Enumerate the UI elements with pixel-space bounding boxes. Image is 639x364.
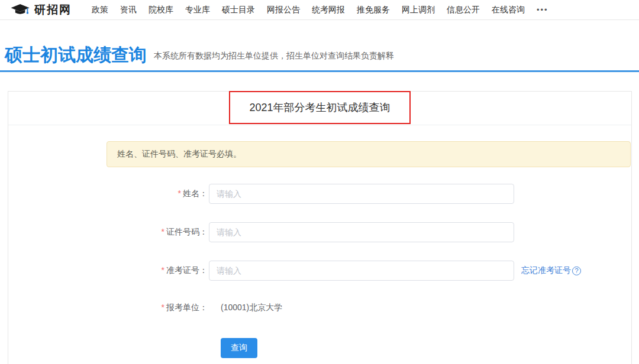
apply-unit-value: (10001)北京大学 (221, 303, 282, 313)
query-card: 2021年部分考生初试成绩查询 姓名、证件号码、准考证号必填。 *姓名： *证件… (8, 91, 632, 364)
nav-item-news[interactable]: 资讯 (120, 5, 137, 15)
name-input[interactable] (209, 184, 514, 204)
id-number-label-text: 证件号码： (166, 227, 208, 236)
nav-item-unified-exam-report[interactable]: 统考网报 (312, 5, 345, 15)
page-header: 硕士初试成绩查询 本系统所有数据均为招生单位提供，招生单位对查询结果负责解释 (0, 20, 639, 70)
top-navbar: 研招网 政策 资讯 院校库 专业库 硕士目录 网报公告 统考网报 推免服务 网上… (0, 0, 639, 20)
site-logo-text: 研招网 (34, 2, 72, 18)
card-body: 姓名、证件号码、准考证号必填。 *姓名： *证件号码： *准考证号： 忘记准考证… (8, 125, 631, 358)
form-row-submit: 查询 (8, 338, 631, 358)
page-title: 硕士初试成绩查询 (5, 45, 147, 64)
site-logo[interactable]: 研招网 (11, 2, 72, 18)
forgot-ticket-link[interactable]: 忘记准考证号 ? (521, 265, 581, 276)
query-form: *姓名： *证件号码： *准考证号： 忘记准考证号 ? *报考单位： (1000… (8, 184, 631, 358)
blue-divider (0, 70, 639, 72)
page-subtitle: 本系统所有数据均为招生单位提供，招生单位对查询结果负责解释 (154, 51, 394, 64)
apply-unit-label: *报考单位： (8, 303, 208, 313)
nav-item-master-catalog[interactable]: 硕士目录 (222, 5, 255, 15)
required-mark: * (162, 303, 164, 312)
nav-item-info-disclosure[interactable]: 信息公开 (447, 5, 480, 15)
forgot-ticket-link-text: 忘记准考证号 (521, 265, 571, 276)
nav-item-policy[interactable]: 政策 (92, 5, 108, 15)
required-fields-notice: 姓名、证件号码、准考证号必填。 (106, 141, 631, 167)
required-mark: * (162, 265, 164, 275)
nav-more-icon[interactable]: ••• (537, 5, 548, 14)
nav-menu: 政策 资讯 院校库 专业库 硕士目录 网报公告 统考网报 推免服务 网上调剂 信… (92, 5, 548, 15)
card-header: 2021年部分考生初试成绩查询 (8, 92, 631, 125)
name-label-text: 姓名： (183, 188, 208, 198)
admission-ticket-label-text: 准考证号： (166, 265, 208, 275)
nav-item-college-library[interactable]: 院校库 (149, 5, 173, 15)
graduation-cap-icon (11, 4, 34, 17)
nav-item-major-library[interactable]: 专业库 (185, 5, 210, 15)
red-annotation-box: 2021年部分考生初试成绩查询 (229, 91, 410, 124)
admission-ticket-input[interactable] (209, 261, 514, 281)
form-row-apply-unit: *报考单位： (10001)北京大学 (8, 302, 631, 314)
question-circle-icon: ? (572, 266, 581, 275)
nav-item-exempt-service[interactable]: 推免服务 (357, 5, 390, 15)
name-label: *姓名： (8, 188, 208, 199)
form-row-id-number: *证件号码： (8, 222, 631, 242)
required-mark: * (162, 227, 164, 236)
nav-item-online-report-notice[interactable]: 网报公告 (267, 5, 300, 15)
form-row-admission-ticket: *准考证号： 忘记准考证号 ? (8, 261, 631, 281)
nav-item-online-consult[interactable]: 在线咨询 (492, 5, 525, 15)
nav-item-online-adjustment[interactable]: 网上调剂 (402, 5, 435, 15)
query-button[interactable]: 查询 (221, 338, 257, 358)
form-row-name: *姓名： (8, 184, 631, 204)
required-mark: * (178, 188, 181, 198)
apply-unit-label-text: 报考单位： (166, 303, 208, 312)
admission-ticket-label: *准考证号： (8, 265, 208, 276)
id-number-label: *证件号码： (8, 227, 208, 238)
card-title: 2021年部分考生初试成绩查询 (249, 100, 390, 115)
id-number-input[interactable] (209, 222, 514, 242)
